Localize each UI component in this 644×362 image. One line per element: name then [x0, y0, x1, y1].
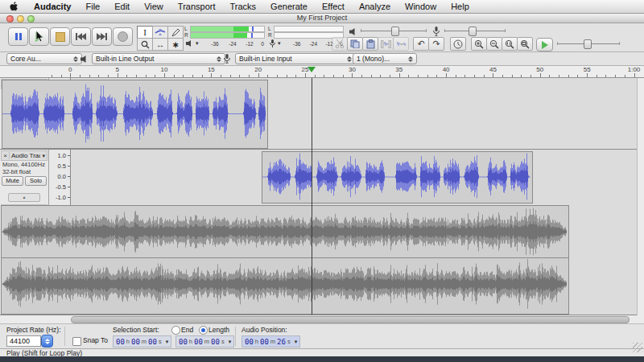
ruler-tick — [474, 75, 475, 77]
multi-tool-button[interactable]: ∗ — [167, 38, 184, 51]
ruler-tick — [126, 75, 127, 77]
resize-grip[interactable] — [633, 343, 642, 352]
ruler-tick — [615, 75, 616, 77]
trim-audio-button[interactable] — [378, 37, 394, 51]
track-close-button[interactable]: × — [2, 152, 10, 159]
ruler-tick — [484, 75, 485, 77]
menu-item-generate[interactable]: Generate — [263, 2, 315, 11]
solo-button[interactable]: Solo — [25, 176, 47, 186]
mute-button[interactable]: Mute — [2, 176, 23, 186]
playback-cursor-triangle[interactable] — [308, 67, 316, 72]
ruler-label: 50 — [536, 66, 543, 73]
selection-tool-button[interactable]: I — [137, 26, 153, 39]
menu-item-edit[interactable]: Edit — [107, 2, 137, 11]
project-rate-stepper[interactable] — [41, 335, 53, 348]
fit-project-button[interactable] — [517, 37, 533, 51]
apple-menu-icon[interactable] — [10, 2, 19, 12]
end-radio[interactable] — [171, 326, 180, 335]
track-name[interactable]: Audio Trac — [10, 152, 40, 159]
copy-button[interactable] — [347, 37, 363, 51]
audio-clip-intro[interactable] — [2, 80, 268, 149]
meter-dropdown-arrow[interactable]: ▾ — [278, 40, 281, 47]
zoom-out-button[interactable] — [486, 37, 502, 51]
zoom-in-button[interactable] — [471, 37, 487, 51]
menu-item-help[interactable]: Help — [444, 2, 477, 11]
ruler-tick — [568, 75, 569, 77]
stereo-channel-divider — [2, 257, 568, 258]
paste-button[interactable] — [362, 37, 378, 51]
pause-button[interactable] — [8, 27, 28, 46]
envelope-tool-button[interactable] — [152, 26, 168, 39]
time-shift-tool-button[interactable]: ↔ — [152, 38, 168, 51]
input-volume-slider[interactable] — [444, 27, 506, 35]
sync-lock-button[interactable] — [450, 37, 466, 51]
meter-dropdown-arrow[interactable]: ▾ — [196, 40, 199, 47]
vertical-scale-ruler[interactable]: 1.00.50.0-0.5-1.0 — [49, 150, 71, 204]
track-menu-button[interactable]: ▾ — [40, 153, 47, 159]
horizontal-scrollbar-thumb[interactable] — [71, 316, 630, 323]
ruler-label: 1:00 — [628, 66, 641, 73]
mixer-speaker-icon — [349, 28, 357, 35]
ruler-tick — [287, 75, 287, 77]
ruler-tick — [399, 73, 400, 77]
audio-clip-music-bed[interactable] — [1, 205, 569, 315]
meter-scale-label: -36 — [293, 41, 300, 47]
menu-bar: AudacityFileEditViewTransportTracksGener… — [0, 0, 644, 14]
ruler-label: 20 — [254, 66, 262, 73]
ruler-tick — [258, 73, 259, 77]
redo-button[interactable]: ↷ — [428, 37, 444, 51]
zoom-tool-button[interactable] — [137, 38, 153, 51]
output-device-select[interactable]: Built-in Line Output — [92, 53, 225, 64]
ruler-tick — [587, 73, 588, 77]
fit-selection-button[interactable] — [502, 37, 518, 51]
input-channels-select[interactable]: 1 (Mono)... — [353, 53, 417, 64]
record-button[interactable] — [113, 27, 133, 46]
snap-to-label: Snap To — [83, 336, 108, 344]
cut-button[interactable] — [332, 37, 348, 51]
menu-item-view[interactable]: View — [137, 2, 171, 11]
menu-item-effect[interactable]: Effect — [315, 2, 352, 11]
audio-position-field[interactable]: 00h00m26s▾ — [242, 335, 300, 348]
menu-item-analyze[interactable]: Analyze — [352, 2, 398, 11]
tools-toolbar: I ↔ ∗ — [137, 26, 184, 50]
selection-length-field[interactable]: 00h00m00s▾ — [175, 335, 234, 348]
input-device-select[interactable]: Built-in Line Input — [235, 53, 356, 64]
ruler-tick — [464, 75, 465, 77]
horizontal-scrollbar[interactable] — [0, 315, 644, 324]
time-field-dropdown-arrow[interactable]: ▾ — [229, 339, 232, 345]
playback-meter[interactable]: L R ▾ -36-24-120 — [184, 26, 265, 49]
ruler-tick — [597, 75, 597, 77]
time-field-dropdown-arrow[interactable]: ▾ — [166, 339, 169, 345]
output-volume-slider[interactable] — [361, 27, 427, 35]
skip-to-start-button[interactable] — [71, 27, 91, 46]
menu-item-file[interactable]: File — [78, 2, 107, 11]
audio-host-select[interactable]: Core Au... — [6, 53, 82, 64]
undo-button[interactable]: ↶ — [413, 37, 429, 51]
selection-start-label: Selection Start: — [113, 326, 159, 334]
project-rate-value[interactable]: 44100 — [6, 335, 41, 347]
menu-item-tracks[interactable]: Tracks — [223, 2, 264, 11]
menu-item-transport[interactable]: Transport — [171, 2, 223, 11]
audio-clip-audio-track[interactable] — [262, 151, 533, 204]
time-field-dropdown-arrow[interactable]: ▾ — [295, 339, 298, 345]
redo-icon: ↷ — [432, 39, 440, 48]
menu-item-window[interactable]: Window — [398, 2, 444, 11]
playback-speed-slider[interactable] — [557, 39, 620, 47]
ruler-tick — [80, 75, 80, 77]
menu-item-audacity[interactable]: Audacity — [27, 2, 78, 11]
trim-icon — [381, 40, 391, 48]
collapse-button[interactable]: ▴ — [8, 193, 40, 202]
silence-audio-button[interactable] — [393, 37, 409, 51]
timeline-ruler[interactable]: 05101520253035404550551:00 — [0, 66, 644, 78]
draw-tool-button[interactable] — [167, 26, 184, 39]
vertical-scrollbar[interactable] — [637, 78, 644, 315]
snap-to-checkbox[interactable] — [72, 337, 81, 346]
pencil-icon — [171, 28, 180, 37]
end-label: End — [181, 326, 193, 334]
selection-start-field[interactable]: 00h00m00s▾ — [113, 335, 171, 348]
length-radio[interactable] — [199, 326, 208, 335]
ruler-tick — [202, 75, 203, 77]
stop-button[interactable] — [50, 27, 70, 46]
skip-to-end-button[interactable] — [92, 27, 112, 46]
play-at-speed-button[interactable] — [536, 38, 553, 51]
